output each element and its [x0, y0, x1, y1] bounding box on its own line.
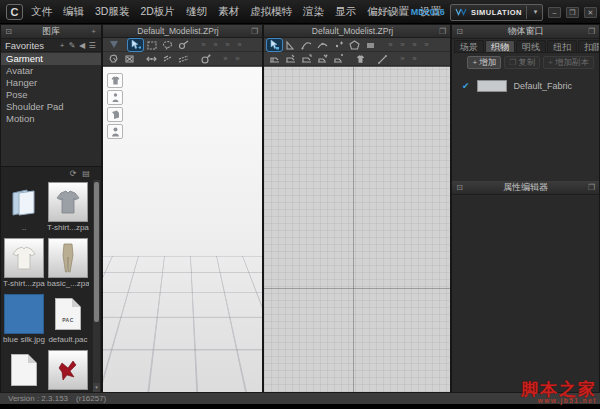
tool-group-expand-icon[interactable]: » [409, 40, 420, 49]
fabric-list-item[interactable]: ✔ Default_Fabric [452, 77, 599, 94]
list-item-gray-tshirt[interactable]: T-shirt...zpac [47, 182, 89, 232]
tool-edit-curvature[interactable] [299, 39, 314, 51]
dock-icon[interactable]: ⊡ [4, 27, 13, 36]
minimize-button[interactable]: – [548, 7, 561, 18]
tab-fabric[interactable]: 织物 [485, 40, 515, 52]
tool-group-expand-icon[interactable]: » [397, 54, 408, 63]
menu-display[interactable]: 显示 [335, 5, 356, 19]
sidebar-item-shoulder-pad[interactable]: Shoulder Pad [1, 101, 101, 113]
tool-create-rectangle[interactable] [363, 39, 378, 51]
canvas-3d[interactable] [103, 66, 262, 392]
tool-group-expand-icon[interactable]: » [397, 40, 408, 49]
fabric-swatch[interactable] [477, 80, 507, 92]
tool-edit-sewing[interactable] [315, 53, 330, 65]
canvas-2d[interactable] [264, 66, 450, 392]
thumbnail-scrollbar[interactable]: ▾ [93, 180, 100, 392]
tool-group-expand-icon[interactable]: » [198, 40, 209, 49]
tool-detail-sewing[interactable] [331, 53, 346, 65]
menu-file[interactable]: 文件 [31, 5, 52, 19]
tool-edit-curve-point[interactable] [315, 39, 330, 51]
show-cloth-toggle[interactable] [107, 107, 123, 122]
float-window-icon[interactable]: ❐ [250, 27, 259, 36]
list-item-folder-up[interactable]: .. [3, 182, 45, 232]
tool-pin-box[interactable] [122, 53, 137, 65]
tool-select-box[interactable] [144, 39, 159, 51]
tool-segment-sewing[interactable] [267, 53, 282, 65]
sidebar-item-garment[interactable]: Garment [1, 53, 101, 65]
tool-pin-brush[interactable] [106, 53, 121, 65]
list-item-white-tshirt[interactable]: T-shirt...zpac [3, 238, 45, 288]
sidebar-item-motion[interactable]: Motion [1, 113, 101, 125]
list-item-red-garment[interactable] [47, 350, 89, 390]
float-window-icon[interactable]: ❐ [587, 27, 596, 36]
sidebar-item-pose[interactable]: Pose [1, 89, 101, 101]
tool-edit-pattern[interactable] [283, 39, 298, 51]
tab-button[interactable]: 纽扣 [547, 40, 577, 52]
copy-fabric-button[interactable]: ❐ 复制 [504, 56, 540, 69]
grid-view-icon[interactable]: ▤ [81, 169, 91, 178]
show-avatar-toggle[interactable] [107, 124, 123, 139]
tool-move-pin[interactable] [144, 53, 159, 65]
fabric-check-icon[interactable]: ✔ [462, 81, 470, 91]
dock-icon[interactable]: ⊡ [455, 183, 464, 192]
tool-group-expand-icon[interactable]: » [234, 40, 245, 49]
tool-simulate[interactable] [106, 39, 121, 51]
menu-render[interactable]: 渲染 [303, 5, 324, 19]
menu-sewing[interactable]: 缝纫 [186, 5, 207, 19]
tool-transform-pattern[interactable] [267, 39, 282, 51]
list-item-default-pac[interactable]: PAC default.pac [47, 294, 89, 344]
tool-group-expand-icon[interactable]: » [421, 40, 432, 49]
float-window-icon[interactable]: ❐ [438, 27, 447, 36]
tool-group-expand-icon[interactable]: » [232, 54, 243, 63]
tool-group-expand-icon[interactable]: » [385, 40, 396, 49]
favorite-add-icon[interactable]: + [57, 41, 67, 50]
tool-add-point[interactable] [331, 39, 346, 51]
tab-topstitch[interactable]: 明线 [516, 40, 546, 52]
menu-material[interactable]: 素材 [218, 5, 239, 19]
tool-show-3d-garment[interactable] [353, 53, 368, 65]
tool-sewing-segment[interactable] [160, 53, 175, 65]
tool-create-polygon[interactable] [347, 39, 362, 51]
tool-select-move[interactable] [128, 39, 143, 51]
tool-group-expand-icon[interactable]: » [222, 40, 233, 49]
list-item-pants[interactable]: basic_...zpac [47, 238, 89, 288]
tool-group-expand-icon[interactable]: » [220, 54, 231, 63]
list-item-partial-file[interactable] [3, 350, 45, 390]
tool-group-expand-icon[interactable]: » [210, 40, 221, 49]
menu-edit[interactable]: 编辑 [63, 5, 84, 19]
tab-scene[interactable]: 场景 [454, 40, 484, 52]
back-icon[interactable]: ◀ [77, 41, 87, 50]
sidebar-item-hanger[interactable]: Hanger [1, 77, 101, 89]
scroll-down-icon[interactable]: ▾ [93, 383, 100, 392]
dock-icon[interactable]: ⊡ [455, 27, 464, 36]
sidebar-item-avatar[interactable]: Avatar [1, 65, 101, 77]
library-add-icon[interactable]: + [89, 27, 98, 36]
menu-3d-garment[interactable]: 3D服装 [95, 5, 129, 19]
menu-avatar[interactable]: 虚拟模特 [250, 5, 292, 19]
tool-multi-sewing[interactable] [299, 53, 314, 65]
favorite-edit-icon[interactable]: ✎ [67, 41, 77, 50]
scrollbar-thumb[interactable] [94, 182, 99, 322]
tool-sewing-free[interactable] [176, 53, 191, 65]
close-button[interactable]: ✕ [584, 7, 597, 18]
show-avatar-pin-toggle[interactable] [107, 90, 123, 105]
simulation-dropdown-icon[interactable]: ▾ [531, 8, 540, 16]
tab-buttonhole[interactable]: 扣眼 [578, 40, 599, 52]
account-name[interactable]: MD2016 [411, 7, 445, 17]
list-item-blue-silk[interactable]: blue silk.jpg [3, 294, 45, 344]
tool-select-mesh-brush[interactable] [176, 39, 191, 51]
simulation-button[interactable]: SIMULATION ▾ [450, 4, 543, 21]
tool-select-lasso[interactable] [160, 39, 175, 51]
tool-free-sewing[interactable] [283, 53, 298, 65]
menu-2d-pattern[interactable]: 2D板片 [140, 5, 174, 19]
tool-group-expand-icon[interactable]: » [409, 54, 420, 63]
tool-grading-line[interactable] [375, 53, 390, 65]
show-garment-toggle[interactable] [107, 73, 123, 88]
add-copy-fabric-button[interactable]: + 增加副本 [543, 56, 594, 69]
refresh-icon[interactable]: ⟳ [68, 169, 78, 178]
add-fabric-button[interactable]: + 增加 [467, 56, 501, 69]
maximize-button[interactable]: ❒ [566, 7, 579, 18]
list-view-icon[interactable]: ☰ [87, 41, 97, 50]
tool-pin-to-avatar[interactable] [198, 53, 213, 65]
float-window-icon[interactable]: ❐ [587, 183, 596, 192]
